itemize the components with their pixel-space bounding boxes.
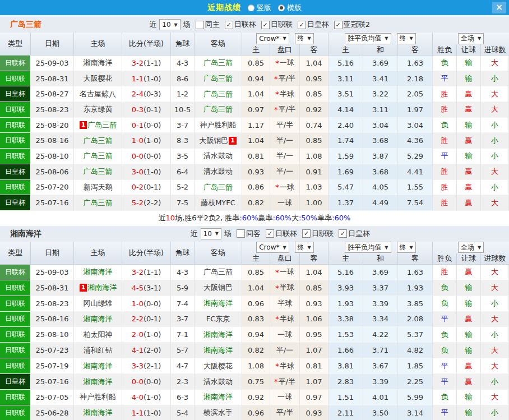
match-type-badge: 日职联 — [0, 180, 31, 196]
corner-score: 3-7 — [171, 312, 195, 327]
league-filter-checkbox[interactable]: ✓ — [225, 21, 233, 29]
match-score: 1-1(1-0) — [122, 71, 171, 87]
same-venue-checkbox[interactable] — [196, 21, 204, 29]
away-team: 广岛三箭 — [195, 56, 242, 71]
same-venue-label[interactable]: 同主 — [205, 20, 220, 30]
home-team: 湘南海洋 — [74, 405, 122, 420]
league-filter-label[interactable]: 日皇杯 — [307, 20, 329, 30]
fulltime-select[interactable]: 全场▼ — [458, 33, 484, 44]
chevron-down-icon: ▼ — [410, 36, 413, 41]
home-odds: 0.85 — [242, 265, 270, 280]
avg-lose-odds: 4.41 — [398, 164, 433, 180]
match-count-select[interactable]: 10▼ — [159, 19, 180, 30]
avg-odds-select[interactable]: 胜平负均值▼ — [345, 33, 391, 44]
avg-win-odds: 5.47 — [328, 180, 363, 196]
handicap-line: 一球 — [270, 390, 300, 405]
home-team: 大阪樱花 — [74, 71, 122, 87]
league-filter-label[interactable]: 日职联 — [271, 20, 293, 30]
result-goals: 小 — [481, 296, 509, 312]
result-handicap: 赢 — [457, 358, 481, 374]
games-label: 场 — [183, 20, 191, 30]
result-goals: 小 — [481, 133, 509, 149]
avg-draw-odds: 4.22 — [363, 327, 398, 343]
radio-horizontal-layout[interactable] — [278, 4, 285, 11]
home-odds: 0.82 — [242, 343, 270, 358]
league-filter-checkbox[interactable]: ✓ — [302, 229, 311, 238]
odds-company-select[interactable]: Crow*▼ — [256, 33, 289, 44]
result-handicap: 输 — [457, 71, 481, 87]
result-handicap: 赢 — [457, 164, 481, 180]
radio-vertical-label[interactable]: 竖版 — [257, 3, 271, 13]
final-avg-select[interactable]: 终▼ — [397, 242, 416, 253]
final-odds-select[interactable]: 终▼ — [295, 242, 314, 253]
avg-win-odds: 1.74 — [328, 133, 363, 149]
avg-win-odds: 2.83 — [328, 374, 363, 390]
away-odds: 0.85 — [300, 280, 328, 296]
result-handicap: 输 — [457, 343, 481, 358]
fulltime-zone: 全场▼ — [433, 33, 509, 44]
away-team: 湘南海洋 — [195, 390, 242, 405]
result-wdl: 负 — [433, 280, 457, 296]
same-venue-label[interactable]: 同客 — [246, 229, 261, 239]
league-filter-checkbox[interactable]: ✓ — [266, 229, 274, 238]
corner-score: 4-3 — [171, 265, 195, 280]
avg-lose-odds: 7.54 — [398, 195, 433, 211]
result-goals: 大 — [481, 358, 509, 374]
odds-company-select[interactable]: Crow*▼ — [256, 242, 289, 253]
league-filter-checkbox[interactable]: ✓ — [261, 21, 270, 29]
away-odds: 0.95 — [300, 71, 328, 87]
avg-win-odds: 1.37 — [328, 195, 363, 211]
close-button[interactable]: × — [492, 2, 506, 13]
league-filter-checkbox[interactable]: ✓ — [298, 21, 306, 29]
home-team: 冈山绿雉 — [74, 296, 122, 312]
match-score: 3-3(2-1) — [122, 358, 171, 374]
corner-score: 5-9 — [171, 280, 195, 296]
away-team: 清水鼓动 — [195, 374, 242, 390]
home-team: 广岛三箭 — [74, 164, 122, 180]
away-team: 大阪樱花 — [195, 358, 242, 374]
away-odds: 1.00 — [300, 195, 328, 211]
team1-section: 广岛三箭 近10▼场同主✓日联杯✓日职联✓日皇杯✓亚冠联2 类型 日期 主场 比… — [0, 15, 509, 225]
avg-draw-odds: 3.50 — [363, 405, 398, 420]
result-goals: 大 — [481, 390, 509, 405]
radio-vertical-layout[interactable] — [248, 4, 254, 11]
final-avg-select[interactable]: 终▼ — [397, 33, 416, 44]
league-filter-checkbox[interactable]: ✓ — [334, 21, 343, 29]
away-team: 神户胜利船 — [195, 118, 242, 133]
team1-header: 广岛三箭 近10▼场同主✓日联杯✓日职联✓日皇杯✓亚冠联2 — [0, 15, 509, 33]
league-filter-label[interactable]: 日职联 — [312, 229, 334, 239]
radio-horizontal-label[interactable]: 横版 — [287, 3, 302, 13]
avg-win-odds: 3.81 — [328, 358, 363, 374]
result-goals: 大 — [481, 280, 509, 296]
home-team: 广岛三箭 — [74, 195, 122, 211]
match-date: 25-08-31 — [31, 280, 74, 296]
league-filter-label[interactable]: 日皇杯 — [348, 229, 370, 239]
col-handicap: 盘口 — [270, 44, 300, 55]
handicap-line: 半/一 — [270, 133, 300, 149]
chevron-down-icon: ▼ — [308, 36, 311, 41]
final-odds-select[interactable]: 终▼ — [295, 33, 314, 44]
match-date: 25-08-10 — [31, 149, 74, 164]
handicap-line: *一球 — [270, 180, 300, 196]
avg-draw-odds: 3.68 — [363, 133, 398, 149]
league-filter-label[interactable]: 亚冠联2 — [344, 20, 370, 30]
col-away-odds: 客 — [300, 253, 328, 264]
result-wdl: 负 — [433, 327, 457, 343]
league-filter-label[interactable]: 日联杯 — [234, 20, 256, 30]
match-count-select[interactable]: 10▼ — [201, 228, 221, 239]
home-team: 广岛三箭 — [74, 133, 122, 149]
favored-star: * — [275, 268, 279, 276]
avg-draw-odds: 3.04 — [363, 118, 398, 133]
avg-odds-select[interactable]: 胜平负均值▼ — [345, 242, 391, 253]
match-type-badge: 日职联 — [0, 71, 31, 87]
match-type-badge: 日职联 — [0, 133, 31, 149]
fulltime-select[interactable]: 全场▼ — [458, 242, 484, 253]
league-filter-checkbox[interactable]: ✓ — [339, 229, 347, 238]
same-venue-checkbox[interactable] — [237, 229, 245, 238]
avg-win-odds: 1.51 — [328, 390, 363, 405]
odds-zone: Crow*▼ 终▼ — [242, 242, 328, 253]
league-filter-label[interactable]: 日联杯 — [275, 229, 297, 239]
result-wdl: 平 — [433, 405, 457, 420]
away-team: FC东京 — [195, 312, 242, 327]
team2-table-header: 类型 日期 主场 比分(半场) 角球 客场 Crow*▼ 终▼ 胜平负均值▼ 终… — [0, 242, 509, 265]
